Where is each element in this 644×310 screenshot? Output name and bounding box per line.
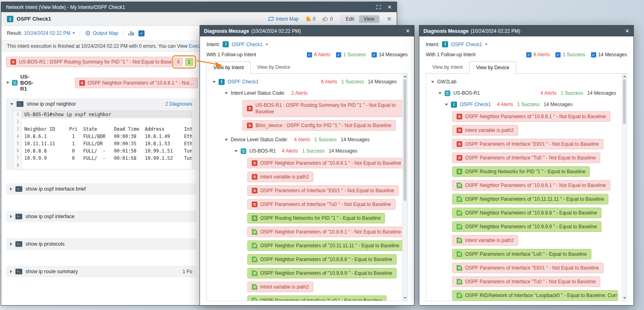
device-alert-message[interactable]: S OSPF Neighbor Parameters of "10.8.6.1 … (75, 78, 198, 88)
diagnosis-message[interactable]: S US-BOS-R1 : OSPF Routing Summary for P… (242, 100, 404, 117)
output-map-button[interactable]: Output Map (85, 30, 118, 36)
menu-icon[interactable]: ≡ (387, 16, 391, 22)
tree-node-intent-level[interactable]: Intent Level Status Code: 2 Alerts (207, 87, 407, 99)
diagnosis-message[interactable]: D OSPF Neighbor Parameters of "10.11.11.… (452, 194, 608, 204)
collapse-icon[interactable] (234, 150, 238, 152)
diagnosis-message[interactable]: S $this_device : OSPF Config for PID "1 … (242, 120, 396, 131)
message-text: OSPF Parameters of Interface "Lo0 " - Eq… (465, 251, 587, 257)
collapse-icon[interactable] (438, 92, 442, 94)
like-count-button[interactable]: 0 (323, 16, 333, 22)
dialog-time: (10/24/2024 02:22 PM) (251, 28, 301, 34)
expand-icon[interactable] (10, 187, 12, 191)
diagnosis-message[interactable]: D OSPF Neighbor Parameters of "10.8.8.8 … (247, 254, 397, 265)
diagnosis-message[interactable]: S OSPF Neighbor Parameters of "10.8.6.1 … (247, 158, 406, 168)
result-selector[interactable]: Result: 10/24/2024 02:22 PM (7, 30, 75, 36)
collapse-icon[interactable] (225, 92, 228, 94)
checklist-icon[interactable]: ✓ (138, 30, 145, 36)
alert-count-badge[interactable]: 6 (174, 58, 183, 66)
collapse-icon[interactable] (225, 139, 228, 141)
status-code-icon: D (457, 183, 462, 188)
restore-icon[interactable] (376, 5, 381, 9)
collapse-icon[interactable] (445, 104, 448, 106)
diagnosis-message[interactable]: D OSPF Neighbor Parameters of "10.9.9.9 … (247, 268, 397, 278)
diagnosis-message[interactable]: D OSPF Neighbor Parameters of "10.8.6.1 … (452, 180, 610, 191)
followup-label[interactable]: 1 Fo (183, 269, 192, 274)
diagnosis-message[interactable]: D OSPF Parameters of Interface "Lo0 " - … (247, 295, 387, 301)
tab-view-by-device[interactable]: View by Device (469, 62, 516, 74)
message-text: OSPF Parameters of Interface "Et0/1 " - … (465, 265, 599, 271)
collapse-icon[interactable] (213, 81, 216, 83)
message-text: OSPF Parameters of Interface "Et0/1 " - … (465, 141, 599, 147)
diagnoses-link[interactable]: 2 Diagnoses (165, 101, 192, 107)
diagnosis-message[interactable]: D OSPF Neighbor Parameters of "10.11.11.… (247, 240, 404, 251)
diagnosis-message[interactable]: S OSPF Parameters of Interface "Et0/1 " … (247, 185, 399, 196)
diagnosis-message[interactable]: D OSPF Parameters of Interface "Tu0 " - … (452, 276, 600, 287)
tab-view-by-intent[interactable]: View by Intent (206, 62, 251, 74)
tree-node-device[interactable]: US-BOS-R1 4 Alerts 1 Success 14 Messages (426, 87, 627, 99)
tree-node-site[interactable]: GW2Lab (426, 76, 627, 87)
cli-command-section[interactable]: >_ show ip protocols (6, 238, 196, 250)
diagnosis-message[interactable]: S OSPF Routing Networks for PID "1 " - E… (247, 213, 385, 223)
message-text: OSPF Neighbor Parameters of "10.9.9.9 " … (465, 223, 597, 230)
intent-selector[interactable]: Intent: I OSPF Check1 (426, 41, 627, 47)
message-text: OSPF Parameters of Interface "Et0/1 " - … (260, 187, 394, 194)
tree-node-device-level[interactable]: Device Level Status Code: 4 Alerts 1 Suc… (207, 134, 407, 145)
diagnosis-message[interactable]: D OSPF Neighbor Parameters of "10.9.9.9 … (452, 221, 601, 232)
collapse-icon[interactable] (6, 82, 9, 84)
collapse-icon[interactable] (10, 103, 13, 105)
filter-success[interactable]: 1 Success (555, 52, 585, 57)
diagnosis-message[interactable]: S OSPF Parameters of Interface "Tu0 " - … (247, 199, 395, 210)
edit-button[interactable]: Edit (341, 15, 359, 23)
diagnosis-message[interactable]: S OSPF Parameters of Interface "Tu0 " - … (452, 153, 600, 163)
intent-alert-message[interactable]: S US-BOS-R1 : OSPF Routing Summary for P… (6, 57, 172, 67)
device-section-header[interactable]: US-BOS-R1 S OSPF Neighbor Parameters of … (6, 74, 196, 92)
status-code-icon: S (247, 106, 253, 111)
diagnosis-message[interactable]: D intent variable is path2 (247, 282, 313, 292)
vertical-scrollbar[interactable] (402, 74, 407, 301)
filter-alerts[interactable]: 6 Alerts (526, 52, 550, 57)
vertical-scrollbar[interactable] (622, 74, 627, 301)
cli-command-header[interactable]: >_ show ip ospf neighbor 2 Diagnoses (6, 98, 196, 110)
cli-output[interactable]: 1 US-BOS-R1#show ip ospf neighbor 2 3 Ne… (13, 110, 192, 170)
tree-node-device[interactable]: US-BOS-R1 4 Alerts 1 Success 14 Messages (207, 145, 407, 157)
diagnosis-message[interactable]: D OSPF Parameters of Interface "Et0/1 " … (452, 263, 604, 273)
tab-view-by-intent[interactable]: View by Intent (426, 62, 469, 73)
tree-node-intent-root[interactable]: I OSPF Check1 6 Alerts 1 Success 14 Mess… (207, 76, 407, 87)
expand-icon[interactable] (10, 242, 12, 246)
diagnosis-message[interactable]: S OSPF Parameters of Interface "Et0/1 " … (452, 139, 604, 149)
cli-command-section[interactable]: >_ show ip ospf interface (6, 211, 196, 222)
status-code-icon: S (457, 114, 462, 119)
note-count-button[interactable]: 0 (306, 16, 316, 22)
diagnosis-message[interactable]: D OSPF Parameters of Interface "Lo0 " - … (452, 249, 591, 259)
diagnosis-message[interactable]: S OSPF Neighbor Parameters of "10.8.6.1 … (452, 111, 610, 122)
diagnosis-message[interactable]: D OSPF RID/Network of Interface "Loopbac… (452, 290, 618, 301)
diagnosis-message[interactable]: S intent variable is path2 (247, 172, 313, 182)
collapse-icon[interactable] (431, 81, 434, 83)
dialog-title: Diagnosis Message (423, 28, 468, 34)
filter-alerts[interactable]: 6 Alerts (307, 52, 330, 57)
expand-icon[interactable] (10, 215, 12, 218)
diagnosis-message[interactable]: S OSPF Routing Networks for PID "1 " - E… (452, 166, 590, 177)
filter-success[interactable]: 1 Success (336, 52, 366, 57)
view-button[interactable]: View (359, 15, 379, 23)
diagnosis-message[interactable]: D OSPF Neighbor Parameters of "10.8.6.1 … (247, 227, 406, 237)
filter-messages[interactable]: 14 Messages (372, 52, 408, 57)
chart-icon[interactable] (128, 31, 134, 36)
filter-messages[interactable]: 14 Messages (591, 52, 627, 57)
close-icon[interactable]: ✕ (387, 4, 392, 10)
cli-command-section[interactable]: >_ show ip route summary 1 Fo (6, 266, 196, 277)
intent-selector[interactable]: Intent: I OSPF Check1 (206, 41, 408, 47)
close-icon[interactable]: ✕ (406, 28, 410, 34)
cli-output-line: 6 10.8.8.8 0 FULL/ - 00:01:58 10.99.1.51… (13, 147, 192, 155)
success-count-badge[interactable]: 1 (185, 58, 193, 66)
intent-map-button[interactable]: Intent Map (268, 16, 299, 22)
tab-view-by-device[interactable]: View by Device (251, 62, 297, 73)
diagnosis-message[interactable]: D OSPF Neighbor Parameters of "10.8.8.8 … (452, 208, 601, 218)
device-messages: S OSPF Neighbor Parameters of "10.8.6.1 … (426, 111, 627, 301)
cli-command-section[interactable]: >_ show ip ospf interface brief (6, 183, 196, 195)
close-icon[interactable]: ✕ (625, 28, 629, 34)
expand-icon[interactable] (10, 270, 12, 273)
diagnosis-message[interactable]: S intent variable is path2 (452, 125, 518, 136)
tree-node-intent[interactable]: I OSPF Check1 4 Alerts 1 Success 14 Mess… (426, 99, 627, 110)
diagnosis-message[interactable]: D intent variable is path2 (452, 235, 518, 246)
